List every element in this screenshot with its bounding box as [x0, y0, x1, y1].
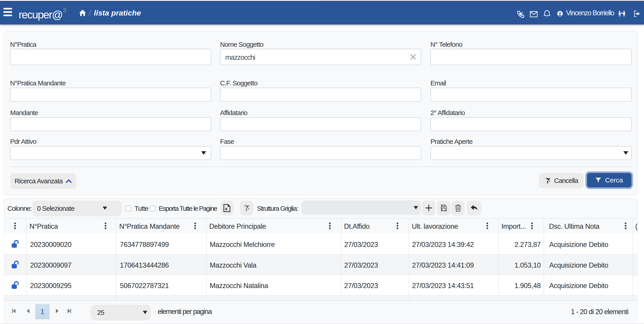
svg-text:x: x [225, 206, 228, 211]
